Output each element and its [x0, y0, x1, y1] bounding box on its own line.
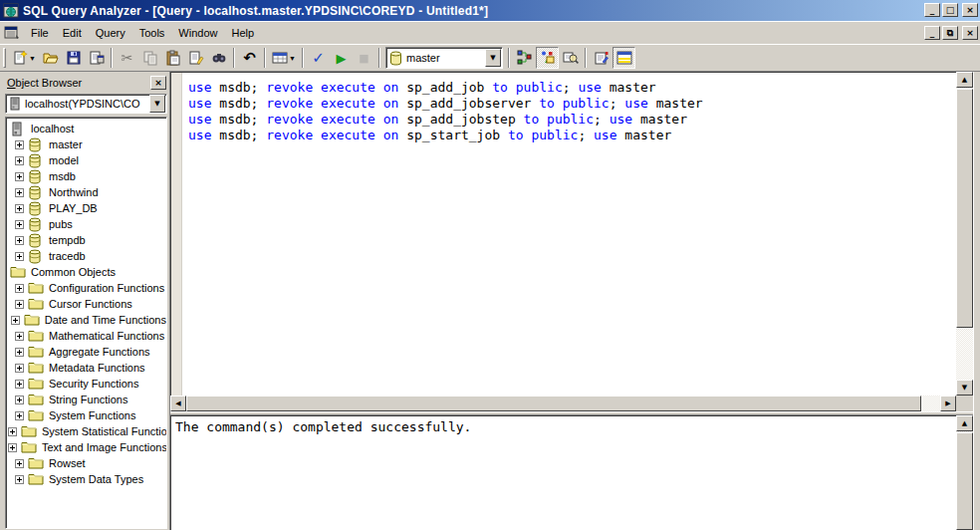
expand-plus-icon[interactable] — [15, 396, 24, 404]
scroll-up-icon[interactable]: ▲ — [956, 72, 973, 88]
results-vscrollbar[interactable]: ▲ — [956, 415, 973, 530]
menu-query[interactable]: Query — [89, 24, 132, 42]
toolbar-grip[interactable] — [3, 48, 6, 68]
connection-properties-button[interactable] — [590, 47, 612, 69]
results-pane[interactable]: The command(s) completed successfully. — [170, 415, 956, 530]
mdi-close-button[interactable]: × — [962, 26, 978, 40]
tree-item-label: Rowset — [49, 457, 86, 469]
expand-plus-icon[interactable] — [8, 443, 17, 452]
editor-hscroll-thumb[interactable] — [186, 396, 921, 411]
maximize-button[interactable]: □ — [942, 3, 958, 17]
mdi-minimize-button[interactable]: _ — [924, 26, 940, 40]
tree-item-label: Configuration Functions — [49, 282, 164, 294]
tree-item-system-statistical-functions[interactable]: System Statistical Functions — [8, 423, 166, 439]
tree-item-northwind[interactable]: Northwind — [8, 184, 166, 200]
find-button[interactable] — [207, 47, 230, 69]
dropdown-arrow-icon[interactable]: ▼ — [29, 55, 36, 62]
scroll-left-icon[interactable]: ◀ — [170, 396, 186, 411]
menu-help[interactable]: Help — [224, 24, 261, 42]
tree-item-metadata-functions[interactable]: Metadata Functions — [8, 360, 166, 376]
tree-item-system-functions[interactable]: System Functions — [8, 407, 166, 423]
tree-item-string-functions[interactable]: String Functions — [8, 392, 166, 407]
clear-window-button[interactable] — [184, 47, 207, 69]
expand-plus-icon[interactable] — [15, 300, 24, 309]
scroll-right-icon[interactable]: ▶ — [940, 396, 956, 411]
expand-plus-icon[interactable] — [15, 156, 24, 165]
expand-plus-icon[interactable] — [8, 427, 17, 436]
object-search-button[interactable] — [559, 47, 582, 69]
parse-query-button[interactable]: ✓ — [307, 47, 330, 69]
tree-item-mathematical-functions[interactable]: Mathematical Functions — [8, 328, 166, 344]
scroll-up-icon[interactable]: ▲ — [956, 415, 973, 431]
tree-item-tempdb[interactable]: tempdb — [8, 232, 166, 248]
expand-plus-icon[interactable] — [15, 236, 24, 245]
tree-item-common-objects[interactable]: Common Objects — [8, 264, 166, 280]
database-combo-dropdown-icon[interactable]: ▼ — [485, 49, 501, 67]
menu-tools[interactable]: Tools — [132, 24, 172, 42]
expand-plus-icon[interactable] — [15, 459, 24, 468]
editor-hscrollbar[interactable]: ◀ ▶ — [170, 396, 956, 411]
paste-button[interactable] — [161, 47, 184, 69]
tree-item-system-data-types[interactable]: System Data Types — [8, 471, 166, 487]
connection-combo[interactable]: localhost(YPDSINC\CO ▼ — [5, 94, 167, 114]
tree-item-rowset[interactable]: Rowset — [8, 455, 166, 471]
editor-vscrollbar[interactable]: ▲ ▼ — [956, 72, 973, 396]
expand-plus-icon[interactable] — [15, 188, 24, 197]
object-browser-close-icon[interactable]: × — [150, 76, 166, 90]
tree-item-cursor-functions[interactable]: Cursor Functions — [8, 296, 166, 312]
expand-plus-icon[interactable] — [15, 284, 24, 293]
dropdown-arrow-icon[interactable]: ▼ — [289, 55, 296, 62]
expand-plus-icon[interactable] — [15, 140, 24, 149]
results-vscroll-thumb[interactable] — [956, 432, 973, 530]
show-results-pane-button[interactable] — [612, 47, 635, 69]
execute-mode-button[interactable]: ▼ — [269, 47, 299, 69]
expand-plus-icon[interactable] — [15, 348, 24, 357]
tree-item-configuration-functions[interactable]: Configuration Functions — [8, 280, 166, 296]
mdi-restore-button[interactable]: ⧉ — [942, 26, 958, 40]
expand-plus-icon[interactable] — [15, 411, 24, 420]
menu-edit[interactable]: Edit — [56, 24, 89, 42]
open-button[interactable] — [39, 47, 62, 69]
expand-plus-icon[interactable] — [15, 252, 24, 261]
tree-item-aggregate-functions[interactable]: Aggregate Functions — [8, 344, 166, 360]
save-button[interactable] — [62, 47, 85, 69]
expand-plus-icon[interactable] — [15, 364, 24, 373]
find-icon — [211, 50, 227, 66]
database-combo[interactable]: master▼ — [385, 47, 503, 69]
expand-plus-icon[interactable] — [11, 316, 20, 325]
editor-vscroll-thumb[interactable] — [956, 89, 973, 328]
tree-item-security-functions[interactable]: Security Functions — [8, 376, 166, 392]
mdi-child-icon[interactable] — [4, 25, 20, 41]
expand-plus-icon[interactable] — [15, 475, 24, 484]
expand-plus-icon[interactable] — [15, 204, 24, 213]
tree-item-pubs[interactable]: pubs — [8, 216, 166, 232]
expand-plus-icon[interactable] — [15, 332, 24, 341]
new-query-icon — [12, 50, 28, 66]
menu-file[interactable]: File — [24, 24, 56, 42]
undo-button[interactable]: ↶ — [238, 47, 261, 69]
insert-template-button[interactable] — [85, 47, 108, 69]
new-query-button[interactable]: ▼ — [9, 47, 39, 69]
sql-code[interactable]: use msdb; revoke execute on sp_add_job t… — [188, 80, 703, 143]
query-editor[interactable]: use msdb; revoke execute on sp_add_job t… — [170, 72, 956, 396]
tree-item-master[interactable]: master — [8, 136, 166, 152]
tree-item-play-db[interactable]: PLAY_DB — [8, 200, 166, 216]
expand-plus-icon[interactable] — [15, 172, 24, 181]
object-search-icon — [563, 50, 579, 66]
tree-item-tracedb[interactable]: tracedb — [8, 248, 166, 264]
menu-window[interactable]: Window — [171, 24, 224, 42]
tree-item-localhost[interactable]: localhost — [8, 121, 166, 136]
tree-item-text-and-image-functions[interactable]: Text and Image Functions — [8, 439, 166, 455]
display-plan-button[interactable] — [513, 47, 536, 69]
execute-button[interactable]: ▶ — [330, 47, 353, 69]
object-browser-button[interactable] — [536, 47, 559, 69]
connection-combo-dropdown-icon[interactable]: ▼ — [149, 95, 165, 113]
minimize-button[interactable]: _ — [924, 3, 940, 17]
tree-item-msdb[interactable]: msdb — [8, 168, 166, 184]
scroll-down-icon[interactable]: ▼ — [956, 380, 973, 396]
tree-item-model[interactable]: model — [8, 152, 166, 168]
expand-plus-icon[interactable] — [15, 220, 24, 229]
tree-item-date-and-time-functions[interactable]: Date and Time Functions — [8, 312, 166, 328]
expand-plus-icon[interactable] — [15, 380, 24, 389]
close-button[interactable]: × — [962, 3, 978, 17]
